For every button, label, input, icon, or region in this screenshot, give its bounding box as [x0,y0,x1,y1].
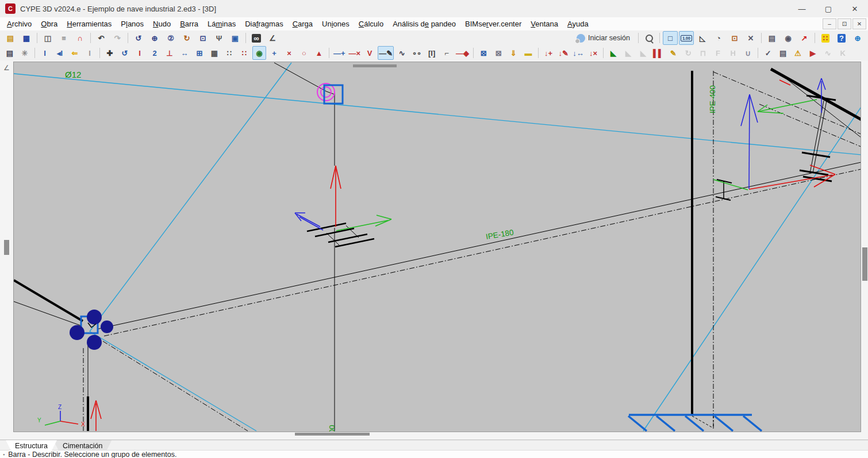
window-view-button[interactable]: □ [663,31,678,45]
describe-angle-button[interactable]: ⌐ [440,46,454,60]
export-report-button[interactable]: ↗ [797,31,812,45]
protractor-button[interactable]: ◺ [695,31,710,45]
h-scroll-thumb-bottom[interactable] [295,433,370,436]
zoom-extents-button[interactable]: ⊕ [147,31,162,45]
redraw-rotate-button[interactable]: ↻ [179,31,194,45]
menu-ayuda[interactable]: Ayuda [563,18,593,29]
3d-viewport[interactable]: Z X Y Ø12 IPE-180 IPE-400 200 [13,62,861,432]
zoom-double-button[interactable]: ② [163,31,178,45]
maximize-button[interactable]: ▢ [815,0,842,17]
general-data-button[interactable]: ✳ [18,46,32,60]
union-generate-button[interactable]: ▌▌ [651,46,665,60]
undo-button[interactable]: ↶ [94,31,109,45]
menu-barra[interactable]: Barra [175,18,203,29]
bar-rotation-button[interactable]: I [133,46,147,60]
scene-capture-button[interactable]: ◉ [781,31,796,45]
dimension-button[interactable]: ↔ [178,46,191,60]
menu-bimserver[interactable]: BIMserver.center [460,18,526,29]
axes-reference-button[interactable]: ⊥ [163,46,176,60]
assign-properties-button[interactable]: ⇐ [68,46,82,60]
bar-new-button[interactable]: ―+ [332,46,347,60]
menu-ventana[interactable]: Ventana [526,18,563,29]
supports-button[interactable]: ▲ [312,46,326,60]
tab-cimentacion[interactable]: Cimentación [53,440,112,451]
bar-reference-button[interactable]: I [83,46,97,60]
union-deformed-button[interactable]: ∪ [741,46,755,60]
intermediate-nodes-button[interactable]: ∘∘ [410,46,424,60]
union-options-button[interactable]: ✎ [666,46,680,60]
config-tools-button[interactable]: ✕ [743,31,758,45]
dimension-frame-button[interactable]: ⊞ [193,46,206,60]
errors-button[interactable]: ⚠ [791,46,805,60]
buckling-button[interactable]: ∿ [395,46,409,60]
load-move-button[interactable]: ↓↔ [571,46,585,60]
measure-button[interactable]: ∠ [265,31,280,45]
work-area-button[interactable]: ⊡ [727,31,742,45]
menu-archivo[interactable]: Archivo [2,18,36,29]
menu-uniones[interactable]: Uniones [317,18,354,29]
describe-profile-button[interactable]: [I] [425,46,439,60]
search-button[interactable] [642,31,656,45]
load-new-button[interactable]: ↓+ [541,46,555,60]
tab-estructura[interactable]: Estructura [6,440,57,451]
v-scroll-thumb-right[interactable] [862,247,867,281]
zoom-previous-button[interactable]: ↺ [131,31,146,45]
mdi-restore-button[interactable]: ⊡ [838,18,851,29]
menu-herramientas[interactable]: Herramientas [62,18,116,29]
menu-nudo[interactable]: Nudo [148,18,175,29]
shell-new-button[interactable]: ⊠ [477,46,490,60]
bar-intersections-button[interactable]: ―◆ [455,46,470,60]
open-file-button[interactable]: ▤ [3,31,18,45]
mdi-close-button[interactable]: ✕ [852,18,866,29]
structure-bars[interactable] [14,63,861,431]
real-scale-button[interactable]: 1.00 [679,31,694,45]
minimize-button[interactable]: — [789,0,815,17]
save-button[interactable]: ▦ [19,31,34,45]
calculate-button[interactable]: ✓ [761,46,775,60]
menu-laminas[interactable]: Láminas [203,18,240,29]
describe-bar-button[interactable]: ◂I [53,46,67,60]
close-button[interactable]: ✕ [842,0,868,17]
calc-options-button[interactable]: ▤ [776,46,790,60]
zoom-window-button[interactable]: ⊡ [195,31,210,45]
mdi-minimize-button[interactable]: – [823,18,836,29]
deformed-shape-button[interactable]: ▶ [806,46,820,60]
capture-magnet-button[interactable]: ∩ [72,31,87,45]
menu-planos[interactable]: Planos [116,18,148,29]
menu-analisis-pandeo[interactable]: Análisis de pandeo [388,18,460,29]
rotate-view-button[interactable]: ◔ [711,31,726,45]
dxf-layers-button[interactable]: ≡ [56,31,71,45]
view-manager-button[interactable]: ◉ [252,46,266,60]
redraw-screen-button[interactable]: ▣ [228,31,243,45]
load-delete-button[interactable]: ↓× [586,46,600,60]
describe-material-button[interactable]: ―✎ [378,46,394,60]
print-button[interactable]: ▤ [765,31,779,45]
v-scroll-thumb-left[interactable] [4,240,9,255]
node-delete-button[interactable]: × [282,46,296,60]
load-edit-button[interactable]: ↓✎ [556,46,570,60]
menu-obra[interactable]: Obra [36,18,62,29]
find-button[interactable]: ∞ [249,31,264,45]
loads-generate-button[interactable]: ▬ [521,46,535,60]
move-button[interactable]: ✚ [103,46,117,60]
license-manager-button[interactable]: ∷ [818,31,833,45]
bar-delete-button[interactable]: ―× [348,46,362,60]
node-new-button[interactable]: + [267,46,281,60]
web-button[interactable]: ⊕ [850,31,865,45]
h-scroll-thumb-top[interactable] [353,64,397,67]
rotate-copy-button[interactable]: ↺ [118,46,132,60]
describe-bar-group-button[interactable]: I [38,46,52,60]
job-data-button[interactable]: ▤ [3,46,17,60]
renumber-button[interactable]: 2 [148,46,162,60]
snap-points-button[interactable]: ∷ [222,46,236,60]
describe-disposition-button[interactable]: V [363,46,377,60]
help-button[interactable]: ? [834,31,849,45]
menu-calculo[interactable]: Cálculo [354,18,388,29]
node-condition-button[interactable]: ○ [297,46,311,60]
shell-edit-button[interactable]: ⊠ [491,46,505,60]
pan-button[interactable]: Ψ [212,31,226,45]
dxf-import-button[interactable]: ◫ [40,31,55,45]
snap-delete-button[interactable]: ∷ [237,46,251,60]
grid-button[interactable]: ▦ [208,46,221,60]
loads-panels-button[interactable]: ⇓ [506,46,520,60]
